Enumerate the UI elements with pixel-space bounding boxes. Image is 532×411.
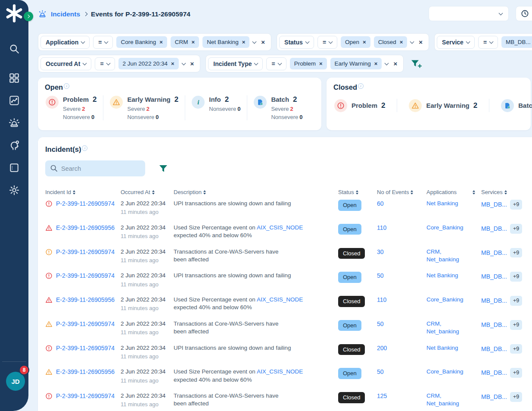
filter-chip[interactable]: Closed× (374, 36, 408, 48)
column-header-incident-id[interactable]: Incident Id (45, 189, 121, 195)
filter-chip[interactable]: 2 Jun 2022 20:34× (118, 58, 179, 69)
filter-chip[interactable]: Net Banking× (202, 36, 249, 48)
more-services-badge[interactable]: +9 (510, 272, 522, 282)
service-link[interactable]: MB_DB... (481, 345, 507, 353)
info-icon[interactable]: i (358, 83, 364, 89)
remove-chip-icon[interactable]: × (319, 61, 323, 66)
application-link[interactable]: Net Banking (426, 200, 481, 207)
filter-operator-button[interactable]: = (93, 36, 113, 49)
events-count-link[interactable]: 110 (377, 224, 386, 231)
application-link[interactable]: CRM,Net_banking (426, 392, 481, 408)
more-services-badge[interactable]: +9 (510, 224, 522, 234)
column-header-occurred-at[interactable]: Occurred At (121, 189, 174, 195)
column-header-description[interactable]: Description (174, 189, 338, 195)
add-filter-icon[interactable] (411, 58, 422, 69)
application-link[interactable]: Net Banking (426, 272, 481, 279)
more-services-badge[interactable]: +9 (510, 344, 522, 354)
incident-id-link[interactable]: E-2-399-11-26905956 (56, 296, 115, 304)
filter-field-button[interactable]: Occurred At (40, 57, 91, 70)
column-header-no-of-events[interactable]: No of Events (377, 189, 426, 195)
remove-chip-icon[interactable]: × (363, 39, 366, 45)
filter-operator-button[interactable]: = (478, 36, 498, 49)
incident-id-link[interactable]: P-2-399-11-26905974 (56, 272, 115, 280)
clear-filter-button[interactable]: × (189, 60, 196, 67)
settings-gear-icon[interactable] (9, 185, 20, 196)
more-services-badge[interactable]: +9 (510, 296, 522, 306)
clear-filter-button[interactable]: × (392, 60, 399, 67)
filter-operator-button[interactable]: = (266, 57, 286, 70)
filter-field-button[interactable]: Status (279, 36, 314, 49)
events-count-link[interactable]: 50 (377, 368, 384, 375)
remove-chip-icon[interactable]: × (171, 61, 174, 66)
filter-field-button[interactable]: Incident Type (208, 57, 263, 70)
search-input[interactable] (45, 160, 145, 176)
chevron-down-icon[interactable] (410, 39, 414, 44)
events-count-link[interactable]: 50 (377, 272, 384, 279)
application-link[interactable]: CRM,Net_banking (426, 320, 481, 336)
column-header-services[interactable]: Services (481, 189, 532, 195)
ai-insights-icon[interactable] (9, 140, 20, 151)
events-count-link[interactable]: 30 (377, 248, 384, 255)
more-services-badge[interactable]: +9 (510, 392, 522, 402)
filter-chip[interactable]: Core Banking× (116, 36, 167, 48)
remove-chip-icon[interactable]: × (374, 61, 378, 66)
time-range-button[interactable]: L (516, 6, 532, 21)
service-link[interactable]: MB_DB... (481, 273, 507, 281)
remove-chip-icon[interactable]: × (159, 39, 163, 45)
column-header-applications[interactable]: Applications (426, 189, 481, 195)
incident-id-link[interactable]: E-2-399-11-26905956 (56, 368, 115, 376)
incident-id-link[interactable]: E-2-399-11-26905956 (56, 224, 115, 232)
clear-filter-button[interactable]: × (259, 39, 267, 45)
service-link[interactable]: MB_DB... (481, 201, 507, 209)
breadcrumb-incidents-link[interactable]: Incidents (51, 10, 80, 18)
description-node-link[interactable]: AIX_CSIS_NODE (257, 296, 303, 303)
clear-filter-button[interactable]: × (417, 39, 424, 45)
service-link[interactable]: MB_DB... (481, 297, 507, 305)
description-node-link[interactable]: AIX_CSIS_NODE (257, 224, 303, 231)
filter-chip[interactable]: Open× (341, 36, 370, 48)
chevron-down-icon[interactable] (252, 39, 257, 44)
remove-chip-icon[interactable]: × (192, 39, 195, 45)
application-link[interactable]: Core_Banking (426, 368, 481, 376)
incident-id-link[interactable]: P-2-399-11-26905974 (56, 320, 115, 328)
reports-icon[interactable] (9, 162, 20, 173)
application-link[interactable]: CRM,Net_banking (426, 248, 481, 264)
incident-id-link[interactable]: P-2-399-11-26905974 (56, 200, 115, 208)
chevron-down-icon[interactable] (385, 61, 389, 65)
service-link[interactable]: MB_DB... (481, 393, 507, 401)
filter-chip[interactable]: Early Warning× (330, 58, 382, 69)
analytics-icon[interactable] (9, 95, 20, 106)
filter-chip[interactable]: CRM× (171, 36, 199, 48)
app-logo-icon[interactable] (5, 4, 24, 23)
info-icon[interactable]: i (82, 145, 87, 151)
application-link[interactable]: Core_Banking (426, 296, 481, 304)
column-header-status[interactable]: Status (338, 189, 377, 195)
remove-chip-icon[interactable]: × (400, 39, 403, 45)
description-node-link[interactable]: AIX_CSIS_NODE (257, 368, 303, 375)
filter-operator-button[interactable]: = (95, 57, 115, 70)
service-link[interactable]: MB_DB... (481, 369, 507, 377)
events-count-link[interactable]: 125 (377, 392, 387, 399)
incident-id-link[interactable]: P-2-399-11-26905974 (56, 344, 115, 352)
events-count-link[interactable]: 50 (377, 320, 384, 327)
service-link[interactable]: MB_DB... (481, 249, 507, 257)
application-link[interactable]: Core_Banking (426, 224, 481, 232)
filter-chip[interactable]: MB_DB...× (501, 36, 532, 48)
filter-chip[interactable]: Problem× (290, 58, 327, 69)
apps-grid-icon[interactable] (9, 72, 20, 84)
incident-id-link[interactable]: P-2-399-11-26905974 (56, 392, 115, 400)
table-filter-icon[interactable] (158, 163, 168, 174)
events-count-link[interactable]: 60 (377, 200, 384, 207)
application-link[interactable]: Net Banking (426, 344, 481, 352)
more-services-badge[interactable]: +9 (510, 320, 522, 330)
events-count-link[interactable]: 110 (377, 296, 386, 303)
filter-field-button[interactable]: Service (437, 36, 475, 49)
filter-field-button[interactable]: Application (40, 36, 90, 49)
more-services-badge[interactable]: +9 (510, 200, 522, 210)
chevron-down-icon[interactable] (181, 61, 186, 65)
events-count-link[interactable]: 200 (377, 345, 387, 351)
filter-operator-button[interactable]: = (317, 36, 337, 49)
incidents-siren-icon[interactable] (9, 117, 20, 129)
info-icon[interactable]: i (64, 83, 69, 89)
service-link[interactable]: MB_DB... (481, 321, 507, 329)
